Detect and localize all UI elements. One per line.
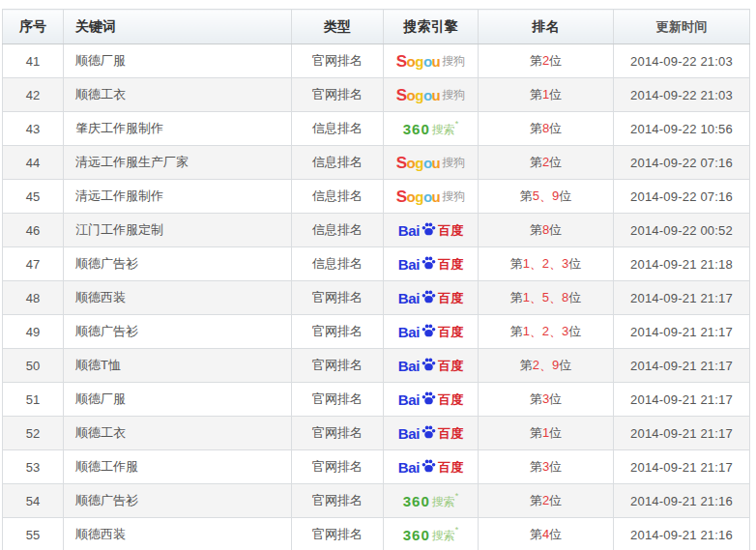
row-engine: 360搜索*	[384, 112, 479, 146]
row-engine: Bai百度	[384, 214, 479, 247]
table-row: 48 顺德西装 官网排名 Bai百度 第1、5、8位 2014-09-21 21…	[3, 281, 750, 315]
row-updated: 2014-09-21 21:17	[614, 383, 750, 417]
table-row: 55 顺德西装 官网排名 360搜索* 第4位 2014-09-21 21:16	[3, 518, 750, 550]
baidu-latin-text: Bai	[398, 291, 420, 305]
row-type: 信息排名	[292, 112, 384, 146]
row-index: 49	[3, 315, 64, 349]
360-number-text: 360	[403, 494, 430, 508]
rank-prefix: 第	[520, 188, 533, 203]
row-engine: Sogou搜狗	[384, 180, 479, 214]
sogou-letter: u	[432, 156, 441, 170]
row-index: 48	[3, 281, 64, 315]
rank-numbers: 1、2、3	[523, 256, 569, 271]
row-updated: 2014-09-21 21:17	[614, 417, 750, 450]
row-engine: 360搜索*	[384, 518, 479, 550]
sogou-letter: u	[432, 88, 441, 102]
rank-prefix: 第	[530, 391, 542, 406]
360-number-text: 360	[403, 122, 430, 136]
rank-numbers: 1、5、8	[523, 290, 569, 304]
row-type: 官网排名	[292, 281, 384, 315]
table-row: 41 顺德厂服 官网排名 Sogou搜狗 第2位 2014-09-22 21:0…	[3, 44, 750, 78]
table-row: 52 顺德工衣 官网排名 Bai百度 第1位 2014-09-21 21:17	[3, 417, 750, 450]
rank-suffix: 位	[549, 87, 562, 101]
row-index: 42	[3, 78, 64, 112]
table-row: 49 顺德广告衫 官网排名 Bai百度 第1、2、3位 2014-09-21 2…	[3, 315, 750, 349]
rank-prefix: 第	[530, 121, 542, 135]
table-row: 47 顺德广告衫 信息排名 Bai百度 第1、2、3位 2014-09-21 2…	[3, 247, 750, 281]
row-keyword: 顺德厂服	[64, 383, 292, 417]
row-rank: 第3位	[479, 450, 614, 484]
row-keyword: 顺德厂服	[64, 44, 292, 78]
row-type: 官网排名	[292, 315, 384, 349]
row-keyword: 顺德西装	[64, 518, 292, 550]
rank-prefix: 第	[510, 256, 523, 271]
rank-suffix: 位	[549, 53, 562, 68]
baidu-cjk-text: 百度	[438, 360, 463, 372]
row-rank: 第2、9位	[479, 349, 614, 383]
sogou-logo: Sogou搜狗	[396, 87, 466, 103]
row-rank: 第5、9位	[479, 180, 614, 214]
360-search-logo: 360搜索*	[403, 122, 459, 136]
row-engine: Sogou搜狗	[384, 44, 479, 78]
baidu-paw-icon	[421, 255, 437, 271]
sogou-letter: o	[407, 88, 416, 102]
table-row: 43 肇庆工作服制作 信息排名 360搜索* 第8位 2014-09-22 10…	[3, 112, 750, 146]
row-keyword: 顺德西装	[64, 281, 292, 315]
rank-prefix: 第	[530, 493, 542, 507]
baidu-latin-text: Bai	[398, 426, 420, 441]
row-index: 47	[3, 247, 64, 281]
row-type: 官网排名	[292, 518, 384, 550]
baidu-logo: Bai百度	[398, 221, 463, 239]
baidu-paw-icon	[421, 221, 437, 237]
baidu-logo: Bai百度	[398, 255, 463, 273]
baidu-cjk-text: 百度	[438, 292, 463, 304]
row-index: 45	[3, 180, 64, 214]
rank-suffix: 位	[549, 527, 562, 541]
sogou-cjk-text: 搜狗	[442, 55, 465, 67]
row-type: 官网排名	[292, 417, 384, 450]
baidu-latin-text: Bai	[398, 325, 420, 339]
sogou-letter: o	[407, 54, 416, 69]
rank-suffix: 位	[549, 493, 562, 507]
row-keyword: 肇庆工作服制作	[64, 112, 292, 146]
rank-prefix: 第	[530, 527, 542, 541]
table-row: 51 顺德厂服 官网排名 Bai百度 第3位 2014-09-21 21:17	[3, 383, 750, 417]
row-rank: 第1位	[479, 78, 614, 112]
row-updated: 2014-09-22 21:03	[614, 44, 750, 78]
row-keyword: 江门工作服定制	[64, 214, 292, 247]
row-rank: 第8位	[479, 214, 614, 247]
sogou-logo: Sogou搜狗	[396, 155, 466, 171]
baidu-latin-text: Bai	[398, 223, 420, 238]
baidu-cjk-text: 百度	[438, 224, 463, 237]
row-type: 官网排名	[292, 484, 384, 518]
row-engine: Bai百度	[384, 247, 479, 281]
row-engine: Bai百度	[384, 315, 479, 349]
sogou-letter: u	[432, 54, 441, 69]
sogou-cjk-text: 搜狗	[442, 190, 465, 202]
row-rank: 第4位	[479, 518, 614, 550]
sogou-logo: Sogou搜狗	[396, 188, 466, 205]
sogou-letter: g	[415, 189, 423, 204]
baidu-cjk-text: 百度	[438, 427, 463, 440]
rank-numbers: 1、2、3	[523, 324, 569, 338]
rank-suffix: 位	[549, 425, 562, 440]
baidu-cjk-text: 百度	[438, 393, 463, 406]
baidu-cjk-text: 百度	[438, 326, 463, 338]
row-index: 43	[3, 112, 64, 146]
row-engine: 360搜索*	[384, 484, 479, 518]
rank-prefix: 第	[530, 425, 542, 440]
row-type: 信息排名	[292, 146, 384, 180]
sogou-letter: o	[407, 156, 416, 170]
sogou-letter: S	[396, 188, 407, 205]
row-keyword: 顺德工衣	[64, 78, 292, 112]
row-rank: 第1、2、3位	[479, 315, 614, 349]
row-updated: 2014-09-21 21:17	[614, 450, 750, 484]
row-rank: 第3位	[479, 383, 614, 417]
row-type: 信息排名	[292, 214, 384, 247]
row-rank: 第1、2、3位	[479, 247, 614, 281]
row-engine: Bai百度	[384, 417, 479, 450]
rank-prefix: 第	[510, 290, 523, 304]
rank-suffix: 位	[549, 121, 562, 135]
baidu-paw-icon	[421, 424, 437, 440]
table-row: 45 清远工作服制作 信息排名 Sogou搜狗 第5、9位 2014-09-22…	[3, 180, 750, 214]
